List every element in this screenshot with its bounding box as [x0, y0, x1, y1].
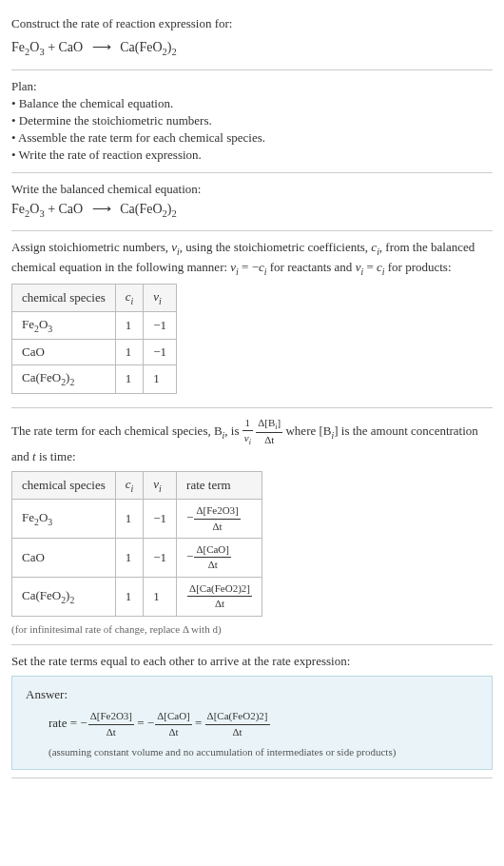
rate-term-table: chemical species ci νi rate term Fe2O3 1… [11, 471, 262, 617]
frac-one-over-nu: 1νi [242, 416, 253, 448]
plan-label: Plan: [11, 78, 493, 95]
cell-nui: −1 [144, 340, 177, 365]
cell-ci: 1 [115, 538, 144, 577]
answer-note: (assuming constant volume and no accumul… [26, 745, 478, 759]
stoichiometry-section: Assign stoichiometric numbers, νi, using… [11, 231, 493, 407]
cell-species: Fe2O3 [12, 500, 116, 539]
col-nui: νi [144, 284, 177, 311]
table-header-row: chemical species ci νi rate term [12, 471, 262, 499]
balanced-label: Write the balanced chemical equation: [11, 181, 493, 198]
unbalanced-equation: Fe2O3 + CaO ⟶ Ca(FeO2)2 [11, 36, 493, 61]
product-cafeo22: Ca(FeO2)2 [120, 40, 177, 54]
final-label: Set the rate terms equal to each other t… [11, 653, 493, 670]
reactant-fe2o3: Fe2O3 [11, 202, 45, 216]
cell-species: Ca(FeO2)2 [12, 577, 116, 616]
cell-nui: −1 [144, 311, 177, 339]
cell-nui: −1 [144, 500, 177, 539]
table-row: Fe2O3 1 −1 [12, 311, 177, 339]
reactant-cao: + CaO [45, 202, 84, 216]
col-term: rate term [177, 471, 262, 499]
cell-ci: 1 [115, 365, 144, 393]
rate-term-intro: The rate term for each chemical species,… [11, 416, 493, 465]
prompt-section: Construct the rate of reaction expressio… [11, 8, 493, 70]
plan-step: Balance the chemical equation. [11, 95, 493, 112]
final-section: Set the rate terms equal to each other t… [11, 645, 493, 779]
reactant-cao: + CaO [45, 40, 84, 54]
table-row: Fe2O3 1 −1 −Δ[Fe2O3]Δt [12, 500, 262, 539]
cell-species: Fe2O3 [12, 311, 116, 339]
col-species: chemical species [12, 471, 116, 499]
frac-dbi-dt: Δ[Bi]Δt [256, 416, 282, 448]
col-ci: ci [115, 471, 144, 499]
balanced-equation: Fe2O3 + CaO ⟶ Ca(FeO2)2 [11, 198, 493, 223]
cell-species: CaO [12, 340, 116, 365]
rate-expression: rate = −Δ[Fe2O3]Δt = −Δ[CaO]Δt = Δ[Ca(Fe… [26, 709, 478, 739]
plan-step: Assemble the rate term for each chemical… [11, 129, 493, 147]
infinitesimal-note: (for infinitesimal rate of change, repla… [11, 622, 493, 637]
cell-term: Δ[Ca(FeO2)2]Δt [177, 577, 262, 616]
cell-ci: 1 [115, 340, 144, 365]
reaction-arrow: ⟶ [92, 202, 111, 216]
plan-step: Write the rate of reaction expression. [11, 147, 493, 164]
reaction-arrow: ⟶ [92, 40, 111, 54]
cell-species: CaO [12, 538, 116, 577]
cell-term: −Δ[Fe2O3]Δt [177, 500, 262, 539]
plan-step: Determine the stoichiometric numbers. [11, 112, 493, 129]
cell-ci: 1 [115, 500, 144, 539]
cell-species: Ca(FeO2)2 [12, 365, 116, 393]
col-species: chemical species [12, 284, 116, 311]
stoich-table: chemical species ci νi Fe2O3 1 −1 CaO 1 … [11, 284, 177, 394]
table-row: Ca(FeO2)2 1 1 [12, 365, 177, 393]
table-row: Ca(FeO2)2 1 1 Δ[Ca(FeO2)2]Δt [12, 577, 262, 616]
table-header-row: chemical species ci νi [12, 284, 177, 311]
answer-box: Answer: rate = −Δ[Fe2O3]Δt = −Δ[CaO]Δt =… [11, 676, 493, 770]
answer-label: Answer: [26, 686, 478, 703]
table-row: CaO 1 −1 −Δ[CaO]Δt [12, 538, 262, 577]
table-row: CaO 1 −1 [12, 340, 177, 365]
cell-nui: −1 [144, 538, 177, 577]
cell-term: −Δ[CaO]Δt [177, 538, 262, 577]
plan-section: Plan: Balance the chemical equation. Det… [11, 70, 493, 173]
prompt-text: Construct the rate of reaction expressio… [11, 15, 493, 32]
cell-nui: 1 [144, 365, 177, 393]
balanced-section: Write the balanced chemical equation: Fe… [11, 173, 493, 232]
cell-ci: 1 [115, 311, 144, 339]
rate-term-section: The rate term for each chemical species,… [11, 408, 493, 645]
product-cafeo22: Ca(FeO2)2 [120, 202, 177, 216]
cell-ci: 1 [115, 577, 144, 616]
plan-list: Balance the chemical equation. Determine… [11, 95, 493, 165]
col-ci: ci [115, 284, 144, 311]
stoich-intro: Assign stoichiometric numbers, νi, using… [11, 239, 493, 277]
reactant-fe2o3: Fe2O3 [11, 40, 45, 54]
col-nui: νi [144, 471, 177, 499]
cell-nui: 1 [144, 577, 177, 616]
